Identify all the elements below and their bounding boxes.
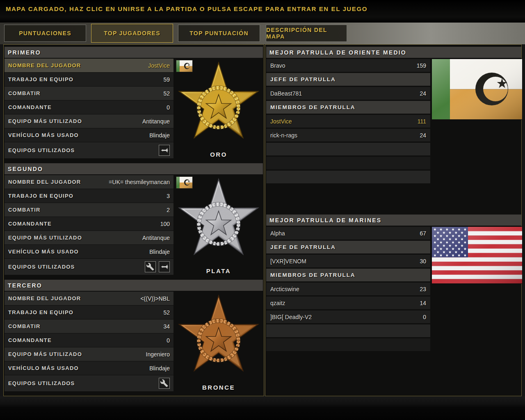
rank-section-tercero: TERCERONOMBRE DEL JUGADOR<((V))>NBLTRABA…: [5, 280, 264, 391]
patrol-subheader-miembros-de-patrulla: MIEMBROS DE PATRULLA: [266, 101, 430, 114]
stat-row-vehiculo-mas-usado: VEHÍCULO MÁS USADOBlindaje: [5, 245, 173, 258]
stat-value: Antitanque: [142, 235, 170, 241]
rank-title: SEGUNDO: [8, 166, 43, 172]
stat-value: 2: [167, 207, 170, 213]
wrench-icon: [159, 378, 170, 389]
mec-flag: [432, 59, 522, 119]
stat-value: 0: [167, 104, 170, 111]
medal-star-plata: [176, 176, 261, 263]
patrol-subheader-label: MIEMBROS DE PATRULLA: [270, 272, 355, 278]
stat-row-combatir: COMBATIR34: [5, 320, 173, 333]
patrol-player-score: 0: [423, 314, 426, 320]
stat-row-equipo-mas-utilizado: EQUIPO MÁS UTILIZADOAntitanque: [5, 231, 173, 244]
patrol-player-score: 111: [418, 118, 426, 125]
patrol-player-score: 24: [420, 132, 426, 139]
stat-value: 0: [167, 337, 170, 344]
stat-row-equipos-utilizados: EQUIPOS UTILIZADOS: [5, 259, 173, 275]
stat-label: COMANDANTE: [8, 221, 160, 227]
stat-row-combatir: COMBATIR52: [5, 87, 173, 100]
usa-flag: [432, 227, 522, 283]
stat-label: COMANDANTE: [8, 104, 167, 110]
patrol-player-row: Arcticswine23: [266, 283, 430, 295]
patrol-block-mejor-patrulla-de-marines: MEJOR PATRULLA DE MARINESAlpha67JEFE DE …: [266, 215, 521, 352]
banner-text: MAPA CARGADO, HAZ CLIC EN UNIRSE A LA PA…: [6, 5, 368, 12]
patrol-player-row: rick-n-rags24: [266, 129, 430, 142]
medal-column: PLATA: [173, 175, 264, 274]
medal-oro: [176, 59, 261, 146]
stat-value: 3: [167, 193, 170, 199]
stat-row-comandante: COMANDANTE100: [5, 217, 173, 231]
patrol-player-score: 67: [420, 230, 426, 237]
patrol-subheader-label: MIEMBROS DE PATRULLA: [270, 104, 355, 110]
patrol-player-name: DaBeast781: [270, 90, 302, 97]
patrol-player-row: qzaitz14: [266, 297, 430, 309]
kit-icons: [159, 145, 170, 156]
patrol-player-score: 30: [420, 258, 426, 265]
patrol-title: MEJOR PATRULLA DE ORIENTE MEDIO: [269, 49, 406, 56]
stat-label: VEHÍCULO MÁS USADO: [8, 132, 149, 138]
stat-value: Antitanque: [142, 118, 170, 125]
stat-value: 100: [160, 221, 170, 227]
tab-descripcion-del-mapa[interactable]: DESCRIPCIÓN DEL MAPA: [266, 25, 347, 42]
patrol-subheader-jefe-de-patrulla: JEFE DE PATRULLA: [266, 73, 430, 86]
stat-label: COMBATIR: [8, 207, 167, 213]
patrol-player-score: 159: [417, 62, 426, 69]
patrol-player-name: [VXR]VENOM: [270, 258, 306, 265]
tab-label: DESCRIPCIÓN DEL MAPA: [266, 27, 347, 40]
stat-row-equipos-utilizados: EQUIPOS UTILIZADOS: [5, 375, 173, 391]
stat-value: JostVice: [148, 62, 170, 69]
patrol-title: MEJOR PATRULLA DE MARINES: [269, 217, 381, 224]
tab-top-puntuacion[interactable]: TOP PUNTUACIÓN: [178, 25, 260, 42]
patrol-subheader-label: JEFE DE PATRULLA: [270, 76, 336, 82]
stat-rows: NOMBRE DEL JUGADORJostViceTRABAJO EN EQU…: [5, 59, 173, 158]
patrol-player-name: JostVice: [270, 118, 292, 125]
stat-label: EQUIPO MÁS UTILIZADO: [8, 351, 146, 357]
stat-row-trabajo-en-equipo: TRABAJO EN EQUIPO52: [5, 306, 173, 319]
stat-label: EQUIPO MÁS UTILIZADO: [8, 235, 142, 241]
usa-flag: [432, 227, 522, 283]
patrol-player-row: Bravo159: [266, 59, 430, 72]
kit-icons: [145, 261, 170, 272]
stat-rows: NOMBRE DEL JUGADOR<((V))>NBLTRABAJO EN E…: [5, 292, 173, 391]
stat-label: EQUIPOS UTILIZADOS: [8, 147, 159, 153]
tab-puntuaciones[interactable]: PUNTUACIONES: [4, 25, 86, 42]
stat-label: COMBATIR: [8, 323, 163, 329]
patrol-player-row: DaBeast78124: [266, 87, 430, 100]
medal-label: BRONCE: [173, 384, 264, 391]
bf2-scoreboard-screen: MAPA CARGADO, HAZ CLIC EN UNIRSE A LA PA…: [0, 0, 525, 420]
medal-label: ORO: [173, 151, 264, 158]
tab-label: TOP PUNTUACIÓN: [189, 30, 249, 37]
patrol-player-name: Arcticswine: [270, 286, 299, 292]
rank-body: NOMBRE DEL JUGADOR=UK= thesmileymancanTR…: [5, 175, 264, 274]
stat-label: NOMBRE DEL JUGADOR: [8, 179, 109, 185]
stat-row-vehiculo-mas-usado: VEHÍCULO MÁS USADOBlindaje: [5, 128, 173, 142]
antitank-icon: [159, 145, 170, 156]
mec-flag: [432, 59, 522, 119]
patrol-rows: Alpha67JEFE DE PATRULLA[VXR]VENOM30MIEMB…: [266, 227, 430, 351]
tab-top-jugadores[interactable]: TOP JUGADORES: [91, 24, 173, 43]
stat-label: NOMBRE DEL JUGADOR: [8, 62, 148, 68]
medal-plata: [176, 176, 261, 263]
stat-label: EQUIPOS UTILIZADOS: [8, 380, 159, 386]
stat-value: 52: [163, 309, 170, 316]
stat-row-nombre-del-jugador: NOMBRE DEL JUGADOR<((V))>NBL: [5, 292, 173, 305]
stat-row-combatir: COMBATIR2: [5, 203, 173, 217]
map-loaded-banner: MAPA CARGADO, HAZ CLIC EN UNIRSE A LA PA…: [0, 0, 525, 23]
stat-value: <((V))>NBL: [140, 295, 170, 302]
stat-label: COMBATIR: [8, 90, 163, 96]
patrol-player-name: rick-n-rags: [270, 132, 297, 139]
rank-header: TERCERO: [5, 280, 263, 291]
stat-value: Blindaje: [149, 365, 170, 372]
stat-label: TRABAJO EN EQUIPO: [8, 309, 163, 315]
stat-label: VEHÍCULO MÁS USADO: [8, 249, 149, 255]
stat-row-equipo-mas-utilizado: EQUIPO MÁS UTILIZADOAntitanque: [5, 114, 173, 128]
patrol-player-name: Alpha: [270, 230, 285, 237]
patrol-header: MEJOR PATRULLA DE ORIENTE MEDIO: [266, 47, 521, 58]
rank-body: NOMBRE DEL JUGADOR<((V))>NBLTRABAJO EN E…: [5, 292, 264, 391]
rank-header: SEGUNDO: [5, 163, 263, 174]
wrench-icon: [145, 261, 156, 272]
stat-value: 34: [163, 323, 170, 330]
patrol-empty-row: [266, 338, 430, 351]
stat-value: Blindaje: [149, 249, 170, 255]
stat-value: Ingeniero: [146, 351, 170, 358]
